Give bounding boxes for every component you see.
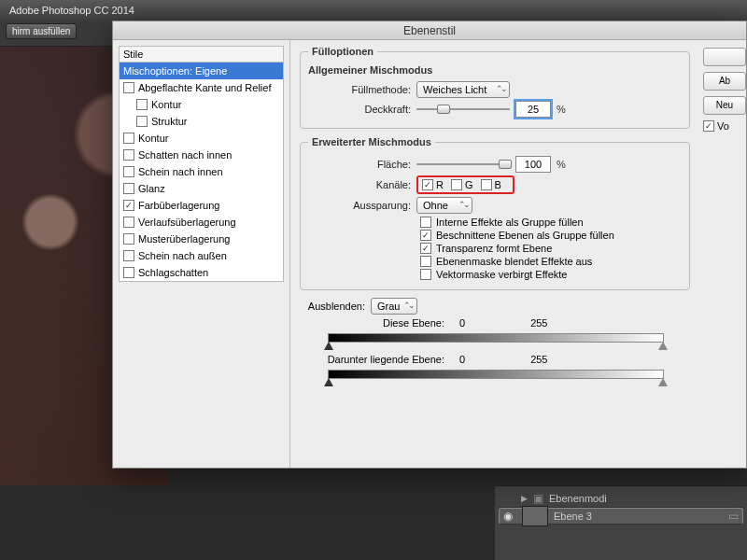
style-checkbox-gradoverlay[interactable] — [123, 217, 134, 228]
style-checkbox-dshadow[interactable] — [123, 267, 134, 278]
cancel-button[interactable]: Ab — [703, 72, 746, 91]
channel-r-checkbox[interactable] — [422, 179, 433, 190]
this-layer-blend-bar[interactable] — [318, 331, 673, 344]
preview-checkbox[interactable] — [703, 120, 714, 132]
style-label: Verlaufsüberlagerung — [138, 217, 236, 228]
percent-label: % — [557, 104, 566, 115]
flag-row-clipped_group: Beschnittene Ebenen als Gruppe füllen — [420, 230, 682, 241]
under-layer-blend-bar[interactable] — [318, 368, 673, 381]
channels-label: Kanäle: — [308, 179, 411, 190]
style-row-satin[interactable]: Glanz — [120, 180, 283, 197]
flag-checkbox-clipped_group[interactable] — [420, 230, 431, 241]
style-label: Glanz — [138, 183, 165, 194]
advanced-blend-group: Erweiterter Mischmodus Fläche: % Kanäle:… — [300, 136, 690, 290]
disclosure-triangle-icon[interactable]: ▶ — [521, 494, 528, 503]
fill-input[interactable] — [515, 156, 551, 173]
blend-black-handle[interactable] — [324, 378, 333, 386]
style-row-coloroverlay[interactable]: Farbüberlagerung — [120, 197, 283, 214]
layers-panel: ▶ ▣ Ebenenmodi ◉ Ebene 3 ▭ — [495, 485, 747, 560]
flag-row-inner_group: Interne Effekte als Gruppe füllen — [420, 217, 682, 228]
new-style-button[interactable]: Neu — [703, 96, 746, 115]
style-checkbox-oglow[interactable] — [123, 250, 134, 261]
flag-checkbox-trans_shapes[interactable] — [420, 243, 431, 254]
layer-style-dialog: Ebenenstil Stile Mischoptionen: EigeneAb… — [112, 21, 747, 469]
flag-label: Ebenenmaske blendet Effekte aus — [436, 256, 592, 267]
style-label: Struktur — [151, 116, 188, 127]
styles-list: Mischoptionen: EigeneAbgeflachte Kante u… — [119, 63, 284, 282]
flag-label: Beschnittene Ebenen als Gruppe füllen — [436, 230, 614, 241]
layer-info-icon[interactable]: ▭ — [728, 510, 739, 524]
style-checkbox-satin[interactable] — [123, 183, 134, 194]
this-layer-label: Diese Ebene: — [300, 317, 444, 329]
style-row-bevel[interactable]: Abgeflachte Kante und Relief — [120, 79, 283, 96]
style-label: Farbüberlagerung — [138, 200, 219, 211]
flag-label: Interne Effekte als Gruppe füllen — [436, 217, 584, 228]
fill-method-select[interactable]: Weiches Licht — [416, 81, 510, 98]
blend-black-handle[interactable] — [324, 342, 333, 350]
style-row-ishadow[interactable]: Schatten nach innen — [120, 147, 283, 163]
blendif-select[interactable]: Grau — [371, 298, 417, 315]
flag-row-vmask_hides: Vektormaske verbirgt Effekte — [420, 269, 682, 280]
style-checkbox-iglow[interactable] — [123, 166, 134, 177]
flag-checkbox-vmask_hides[interactable] — [420, 269, 431, 280]
style-checkbox-patoverlay[interactable] — [123, 233, 134, 245]
style-checkbox-ishadow[interactable] — [123, 149, 134, 161]
fill-screen-button[interactable]: hirm ausfüllen — [6, 23, 77, 39]
this-layer-hi: 255 — [530, 317, 547, 329]
app-titlebar: Adobe Photoshop CC 2014 — [0, 0, 747, 21]
style-row-contour[interactable]: Kontur — [120, 96, 283, 113]
style-label: Schatten nach innen — [138, 149, 232, 161]
opacity-input[interactable] — [515, 101, 551, 118]
fill-options-legend: Fülloptionen — [308, 46, 377, 57]
opacity-slider[interactable] — [416, 103, 510, 116]
this-layer-lo: 0 — [459, 317, 465, 329]
style-checkbox-contour[interactable] — [136, 99, 148, 110]
style-row-blend[interactable]: Mischoptionen: Eigene — [120, 63, 283, 79]
style-label: Musterüberlagerung — [138, 233, 230, 245]
style-label: Mischoptionen: Eigene — [123, 65, 227, 77]
blend-white-handle[interactable] — [658, 342, 668, 350]
channels-highlight: R G B — [416, 175, 514, 194]
layer-thumbnail — [522, 506, 548, 526]
blendif-label: Ausblenden: — [300, 301, 365, 312]
style-row-gradoverlay[interactable]: Verlaufsüberlagerung — [120, 214, 283, 231]
style-checkbox-texture[interactable] — [136, 116, 148, 127]
style-row-iglow[interactable]: Schein nach innen — [120, 163, 283, 180]
under-layer-label: Darunter liegende Ebene: — [300, 354, 444, 365]
style-checkbox-bevel[interactable] — [123, 82, 134, 93]
options-column: Fülloptionen Allgemeiner Mischmodus Füll… — [290, 40, 699, 468]
style-row-dshadow[interactable]: Schlagschatten — [120, 264, 283, 281]
flag-checkbox-mask_hides[interactable] — [420, 256, 431, 267]
dialog-title: Ebenenstil — [113, 21, 746, 40]
style-checkbox-stroke[interactable] — [123, 133, 134, 144]
style-row-patoverlay[interactable]: Musterüberlagerung — [120, 231, 283, 247]
style-label: Schein nach außen — [138, 250, 227, 261]
style-row-texture[interactable]: Struktur — [120, 113, 283, 130]
channel-g-checkbox[interactable] — [451, 179, 462, 190]
blend-white-handle[interactable] — [658, 378, 668, 386]
channel-g-label: G — [465, 179, 473, 190]
style-checkbox-coloroverlay[interactable] — [123, 200, 134, 211]
style-row-stroke[interactable]: Kontur — [120, 130, 283, 147]
style-row-oglow[interactable]: Schein nach außen — [120, 247, 283, 264]
style-label: Schein nach innen — [138, 166, 223, 177]
layer-label: Ebene 3 — [554, 510, 592, 524]
style-label: Kontur — [151, 99, 181, 110]
fill-method-label: Füllmethode: — [308, 84, 411, 95]
fill-slider[interactable] — [416, 158, 510, 171]
percent-label: % — [557, 159, 566, 170]
channel-b-checkbox[interactable] — [481, 179, 492, 190]
knockout-label: Aussparung: — [308, 200, 411, 211]
style-label: Schlagschatten — [138, 267, 208, 278]
layer-group-label: Ebenenmodi — [549, 493, 607, 504]
visibility-icon[interactable]: ◉ — [503, 510, 516, 524]
style-label: Abgeflachte Kante und Relief — [138, 82, 272, 93]
layer-row[interactable]: ◉ Ebene 3 ▭ — [499, 508, 743, 525]
flag-checkbox-inner_group[interactable] — [420, 217, 431, 228]
app-title: Adobe Photoshop CC 2014 — [9, 5, 134, 16]
folder-icon: ▣ — [533, 492, 543, 505]
flag-label: Transparenz formt Ebene — [436, 243, 552, 254]
knockout-select[interactable]: Ohne — [416, 197, 472, 214]
ok-button[interactable] — [703, 48, 746, 66]
under-layer-lo: 0 — [459, 354, 465, 365]
